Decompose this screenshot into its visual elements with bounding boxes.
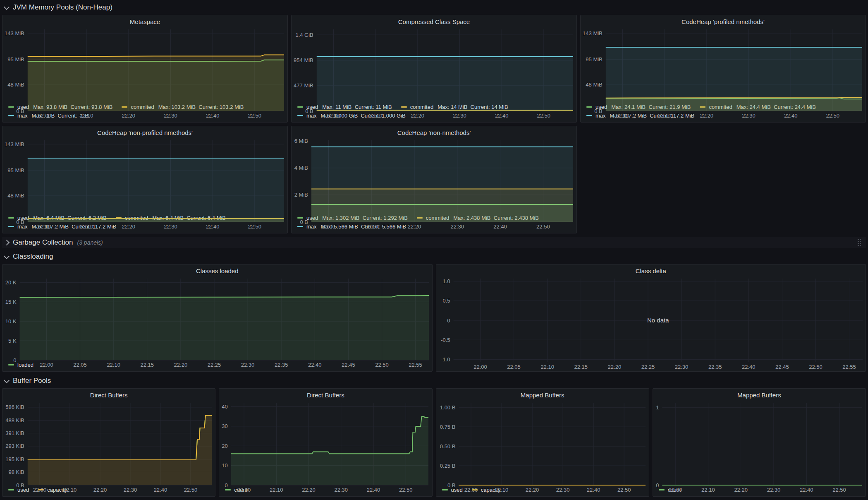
y-tick-label: 95 MiB: [7, 167, 24, 173]
y-tick-label: 6 MiB: [294, 138, 308, 144]
y-tick-label: 0.50 B: [440, 443, 455, 450]
x-tick-label: 22:30: [742, 113, 756, 119]
chart-canvas[interactable]: 22:0022:1022:2022:3022:4022:500 B48 MiB9…: [2, 26, 287, 120]
y-tick-label: 0: [13, 357, 16, 363]
series-fill-loaded: [20, 296, 429, 360]
y-tick-label: 1.00 B: [440, 404, 455, 411]
x-tick-label: 22:10: [540, 364, 554, 370]
x-tick-label: 22:50: [375, 362, 389, 368]
panel-title[interactable]: CodeHeap 'non-profiled nmethods': [2, 126, 287, 137]
panel-mapped-buffers-bytes: Mapped Buffers 22:0022:1022:2022:3022:40…: [436, 388, 649, 497]
chart-canvas[interactable]: 22:0022:1022:2022:3022:4022:500 B98 KiB1…: [2, 399, 215, 494]
x-tick-label: 22:50: [832, 487, 846, 493]
x-tick-label: 22:10: [80, 224, 93, 230]
chevron-down-icon: [4, 253, 10, 259]
chart-metaspace: 22:0022:1022:2022:3022:4022:500 B48 MiB9…: [2, 26, 287, 103]
x-tick-label: 22:30: [241, 362, 255, 368]
chevron-down-icon: [4, 377, 10, 383]
section-header-garbage-collection[interactable]: Garbage Collection (3 panels): [2, 237, 866, 248]
chart-canvas[interactable]: 22:0022:1022:2022:3022:4022:500 B2 MiB4 …: [292, 137, 576, 231]
x-tick-label: 22:00: [33, 487, 47, 493]
section-header-classloading[interactable]: Classloading: [2, 251, 866, 262]
chart-canvas[interactable]: 22:0022:1022:2022:3022:4022:500 B48 MiB9…: [2, 137, 287, 231]
y-tick-label: 48 MiB: [586, 82, 602, 88]
x-tick-label: 22:40: [154, 487, 167, 493]
x-tick-label: 22:50: [248, 224, 262, 230]
y-tick-label: 586 KiB: [5, 404, 24, 410]
chart-canvas[interactable]: 22:0022:1022:2022:3022:4022:500 B48 MiB9…: [581, 26, 866, 120]
panel-compressed-class-space: Compressed Class Space 22:0022:1022:2022…: [291, 15, 577, 123]
panel-title[interactable]: Mapped Buffers: [653, 389, 866, 399]
panel-codeheap-non-profiled: CodeHeap 'non-profiled nmethods' 22:0022…: [2, 126, 288, 233]
x-tick-label: 22:25: [208, 362, 221, 368]
x-tick-label: 22:20: [525, 487, 539, 493]
x-tick-label: 22:20: [302, 487, 316, 493]
chart-canvas[interactable]: 22:0022:0522:1022:1522:2022:2522:3022:35…: [2, 275, 432, 369]
section-title: JVM Memory Pools (Non-Heap): [13, 3, 112, 12]
series-fill-max: [311, 147, 573, 222]
section-header-buffer-pools[interactable]: Buffer Pools: [2, 375, 866, 387]
panel-title[interactable]: CodeHeap 'profiled nmethods': [581, 15, 866, 26]
x-tick-label: 22:10: [80, 113, 93, 119]
chart-classes-loaded: 22:0022:0522:1022:1522:2022:2522:3022:35…: [2, 275, 432, 361]
section-header-jvm-memory-pools[interactable]: JVM Memory Pools (Non-Heap): [2, 2, 866, 13]
x-tick-label: 22:30: [164, 224, 177, 230]
chart-canvas[interactable]: 22:0022:0522:1022:1522:2022:2522:3022:35…: [436, 275, 866, 371]
x-tick-label: 22:40: [493, 224, 507, 230]
y-tick-label: 143 MiB: [5, 30, 24, 36]
x-tick-label: 22:50: [826, 113, 840, 119]
chart-canvas[interactable]: 22:0022:1022:2022:3022:4022:5001: [653, 399, 866, 494]
chart-canvas[interactable]: 22:0022:1022:2022:3022:4022:500 B0.25 B0…: [436, 399, 649, 494]
panel-title[interactable]: Compressed Class Space: [292, 15, 576, 26]
y-tick-label: 1: [656, 404, 659, 411]
x-tick-label: 22:30: [451, 224, 464, 230]
x-tick-label: 22:10: [369, 113, 383, 119]
panel-title[interactable]: Class delta: [436, 264, 866, 275]
panel-title[interactable]: CodeHeap 'non-nmethods': [292, 126, 576, 137]
panel-title[interactable]: Direct Buffers: [2, 389, 215, 399]
series-fill-capacity: [28, 416, 212, 486]
panel-title[interactable]: Metaspace: [2, 15, 287, 26]
y-tick-label: 954 MiB: [294, 57, 313, 63]
x-tick-label: 22:10: [270, 487, 283, 493]
y-tick-label: 0 B: [16, 219, 24, 225]
y-tick-label: 4 MiB: [294, 165, 308, 171]
x-tick-label: 22:20: [734, 487, 748, 493]
panel-title[interactable]: Direct Buffers: [219, 389, 432, 399]
x-tick-label: 22:50: [184, 487, 198, 493]
section-title: Buffer Pools: [13, 377, 51, 385]
panel-mapped-buffers-count: Mapped Buffers 22:0022:1022:2022:3022:40…: [653, 388, 866, 497]
y-tick-label: 0.75 B: [440, 424, 455, 430]
y-tick-label: 488 KiB: [5, 417, 24, 423]
x-tick-label: 22:50: [809, 364, 823, 370]
series-line-capacity: [28, 416, 212, 460]
chart-canvas[interactable]: 22:0022:1022:2022:3022:4022:50010203040: [219, 399, 432, 494]
y-tick-label: -0.5: [441, 337, 450, 343]
series-fill-commited: [28, 55, 284, 111]
x-tick-label: 22:00: [38, 224, 51, 230]
panel-title[interactable]: Mapped Buffers: [436, 389, 649, 399]
no-data-label: No data: [647, 317, 669, 324]
x-tick-label: 22:30: [556, 487, 569, 493]
chart-direct-buffers-bytes: 22:0022:1022:2022:3022:4022:500 B98 KiB1…: [2, 399, 215, 486]
panel-title[interactable]: Classes loaded: [2, 264, 432, 275]
series-fill-max: [317, 57, 573, 111]
x-tick-label: 22:05: [73, 362, 87, 368]
y-tick-label: 0 B: [594, 108, 603, 114]
section-title: Garbage Collection: [13, 238, 73, 247]
chart-canvas[interactable]: 22:0022:1022:2022:3022:4022:500 B477 MiB…: [292, 26, 576, 120]
x-tick-label: 22:30: [453, 113, 466, 119]
x-tick-label: 22:40: [206, 113, 220, 119]
x-tick-label: 22:45: [342, 362, 355, 368]
series-fill-max: [606, 47, 862, 111]
x-tick-label: 22:00: [473, 364, 487, 370]
y-tick-label: 30: [222, 423, 228, 429]
grafana-dashboard: JVM Memory Pools (Non-Heap) Metaspace 22…: [0, 0, 868, 500]
y-tick-label: 195 KiB: [5, 456, 24, 462]
drag-handle-icon[interactable]: [858, 239, 861, 246]
x-tick-label: 22:55: [409, 362, 422, 368]
y-tick-label: 10 K: [5, 318, 17, 325]
y-tick-label: 20 K: [5, 279, 17, 286]
y-tick-label: 477 MiB: [294, 82, 313, 89]
y-tick-label: 0 B: [16, 482, 24, 488]
